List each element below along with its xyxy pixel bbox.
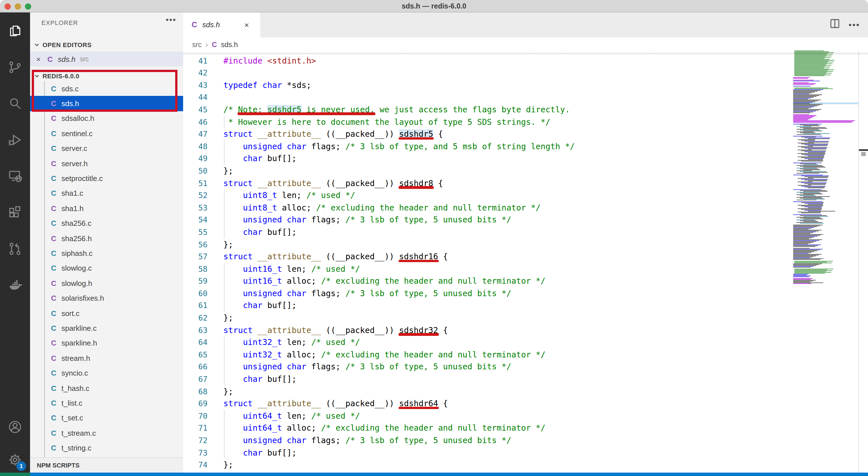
- code-line-49[interactable]: 49 char buf[];: [183, 153, 868, 165]
- breadcrumb[interactable]: src › C sds.h: [183, 37, 868, 53]
- code-line-50[interactable]: 50};: [183, 165, 868, 177]
- status-bar-main[interactable]: [30, 473, 868, 476]
- c-file-icon: C: [51, 159, 56, 168]
- code-text: char buf[];: [223, 300, 297, 312]
- code-line-43[interactable]: 43typedef char *sds;: [183, 80, 868, 92]
- line-number: 74: [183, 459, 208, 471]
- extensions-icon[interactable]: [0, 194, 30, 230]
- code-text: char buf[];: [223, 373, 297, 386]
- close-tab-icon[interactable]: ×: [244, 21, 249, 30]
- file-tree-item-sdsalloc-h[interactable]: Csdsalloc.h: [30, 111, 183, 126]
- npm-scripts-section-header[interactable]: NPM SCRIPTS: [30, 457, 183, 473]
- file-tree-item-sha256-h[interactable]: Csha256.h: [30, 231, 183, 246]
- code-line-70[interactable]: 70 uint64_t len; /* used */: [183, 410, 868, 422]
- code-line-66[interactable]: 66 unsigned char flags; /* 3 lsb of type…: [183, 361, 868, 373]
- file-tree-item-t-hash-c[interactable]: Ct_hash.c: [30, 381, 183, 396]
- file-tree-item-sentinel-c[interactable]: Csentinel.c: [30, 126, 183, 141]
- code-line-48[interactable]: 48 unsigned char flags; /* 3 lsb of type…: [183, 141, 868, 153]
- project-section-header[interactable]: REDIS-6.0.0: [30, 70, 183, 82]
- file-tree-item-sds-c[interactable]: Csds.c: [30, 81, 183, 96]
- line-number: 50: [183, 165, 208, 177]
- code-line-60[interactable]: 60 unsigned char flags; /* 3 lsb of type…: [183, 288, 868, 300]
- remote-explorer-icon[interactable]: [0, 158, 30, 194]
- overview-ruler[interactable]: [858, 50, 868, 473]
- code-line-71[interactable]: 71 uint64_t alloc; /* excluding the head…: [183, 422, 868, 435]
- file-tree-item-t-list-c[interactable]: Ct_list.c: [30, 395, 183, 411]
- code-line-56[interactable]: 56};: [183, 239, 868, 251]
- code-line-69[interactable]: 69struct __attribute__ ((__packed__)) sd…: [183, 398, 868, 410]
- split-editor-icon[interactable]: [830, 19, 839, 31]
- code-line-72[interactable]: 72 unsigned char flags; /* 3 lsb of type…: [183, 435, 868, 447]
- settings-icon[interactable]: 1: [0, 443, 30, 476]
- file-tree-item-sparkline-c[interactable]: Csparkline.c: [30, 321, 183, 336]
- line-number: 42: [183, 67, 208, 79]
- source-control-icon[interactable]: [0, 49, 30, 85]
- code-line-63[interactable]: 63struct __attribute__ ((__packed__)) sd…: [183, 324, 868, 336]
- file-tree-item-slowlog-c[interactable]: Cslowlog.c: [30, 261, 183, 276]
- breadcrumb-folder[interactable]: src: [192, 41, 202, 49]
- open-editors-section-header[interactable]: OPEN EDITORS: [30, 38, 183, 51]
- code-line-65[interactable]: 65 uint32_t alloc; /* excluding the head…: [183, 349, 868, 361]
- file-tree-item-slowlog-h[interactable]: Cslowlog.h: [30, 276, 183, 291]
- code-line-46[interactable]: 46 * However is here to document the lay…: [183, 116, 868, 128]
- code-line-45[interactable]: 45/* Note: sdshdr5 is never used, we jus…: [183, 104, 868, 116]
- file-tree-item-server-c[interactable]: Cserver.c: [30, 141, 183, 156]
- explorer-sidebar: EXPLORER ••• OPEN EDITORS × C sds.h src …: [30, 12, 183, 476]
- code-line-74[interactable]: 74};: [183, 459, 868, 471]
- code-line-40[interactable]: 40#include <stdarg.h>: [183, 53, 868, 55]
- close-icon[interactable]: ×: [36, 55, 40, 63]
- search-icon[interactable]: [0, 85, 30, 121]
- file-tree-item-sort-c[interactable]: Csort.c: [30, 306, 183, 321]
- scrollbar-thumb[interactable]: [861, 152, 866, 156]
- file-tree-item-solarisfixes-h[interactable]: Csolarisfixes.h: [30, 291, 183, 306]
- file-name-label: t_string.c: [62, 444, 92, 452]
- code-editor[interactable]: 40#include <stdarg.h>41#include <stdint.…: [183, 53, 868, 476]
- run-debug-icon[interactable]: [0, 121, 30, 158]
- code-line-44[interactable]: 44: [183, 92, 868, 104]
- breadcrumb-file[interactable]: sds.h: [221, 41, 238, 49]
- file-tree-item-sparkline-h[interactable]: Csparkline.h: [30, 335, 183, 351]
- code-line-58[interactable]: 58 uint16_t len; /* used */: [183, 263, 868, 275]
- file-tree-item-syncio-c[interactable]: Csyncio.c: [30, 366, 183, 381]
- accounts-icon[interactable]: [0, 410, 30, 443]
- remote-indicator[interactable]: [0, 473, 30, 476]
- code-line-47[interactable]: 47struct __attribute__ ((__packed__)) sd…: [183, 128, 868, 141]
- code-line-67[interactable]: 67 char buf[];: [183, 373, 868, 386]
- file-tree-item-siphash-c[interactable]: Csiphash.c: [30, 246, 183, 261]
- code-line-52[interactable]: 52 uint8_t len; /* used */: [183, 189, 868, 202]
- pull-requests-icon[interactable]: [0, 230, 30, 267]
- code-line-61[interactable]: 61 char buf[];: [183, 300, 868, 312]
- code-line-59[interactable]: 59 uint16_t alloc; /* excluding the head…: [183, 275, 868, 288]
- file-tree-item-server-h[interactable]: Cserver.h: [30, 156, 183, 171]
- code-line-54[interactable]: 54 unsigned char flags; /* 3 lsb of type…: [183, 214, 868, 226]
- code-line-57[interactable]: 57struct __attribute__ ((__packed__)) sd…: [183, 251, 868, 263]
- file-name-label: t_stream.c: [62, 428, 96, 437]
- file-tree-item-sha1-h[interactable]: Csha1.h: [30, 201, 183, 216]
- file-tree-item-setproctitle-c[interactable]: Csetproctitle.c: [30, 171, 183, 186]
- code-line-64[interactable]: 64 uint32_t len; /* used */: [183, 337, 868, 349]
- file-tree-item-sha1-c[interactable]: Csha1.c: [30, 186, 183, 201]
- tab-sds-h[interactable]: C sds.h ×: [183, 12, 260, 37]
- code-line-62[interactable]: 62};: [183, 312, 868, 324]
- file-tree-item-t-set-c[interactable]: Ct_set.c: [30, 411, 183, 425]
- code-line-42[interactable]: 42: [183, 67, 868, 79]
- docker-icon[interactable]: [0, 267, 30, 303]
- more-actions-icon[interactable]: •••: [848, 20, 860, 30]
- file-tree-item-t-stream-c[interactable]: Ct_stream.c: [30, 425, 183, 441]
- ellipsis-icon[interactable]: •••: [165, 15, 176, 24]
- code-line-51[interactable]: 51struct __attribute__ ((__packed__)) sd…: [183, 177, 868, 189]
- code-line-41[interactable]: 41#include <stdint.h>: [183, 55, 868, 67]
- minimap[interactable]: [793, 50, 859, 300]
- file-tree-item-sds-h[interactable]: Csds.h: [30, 96, 183, 111]
- file-tree-item-sha256-c[interactable]: Csha256.c: [30, 216, 183, 231]
- code-line-55[interactable]: 55 char buf[];: [183, 226, 868, 239]
- code-line-73[interactable]: 73 char buf[];: [183, 447, 868, 459]
- c-file-icon: C: [51, 369, 56, 377]
- code-line-68[interactable]: 68};: [183, 386, 868, 398]
- line-number: 43: [183, 80, 208, 92]
- code-line-53[interactable]: 53 uint8_t alloc; /* excluding the heade…: [183, 202, 868, 214]
- file-tree-item-stream-h[interactable]: Cstream.h: [30, 351, 183, 366]
- explorer-icon[interactable]: [0, 12, 30, 49]
- file-tree-item-t-string-c[interactable]: Ct_string.c: [30, 441, 183, 455]
- open-editor-item-sds-h[interactable]: × C sds.h src: [30, 52, 183, 67]
